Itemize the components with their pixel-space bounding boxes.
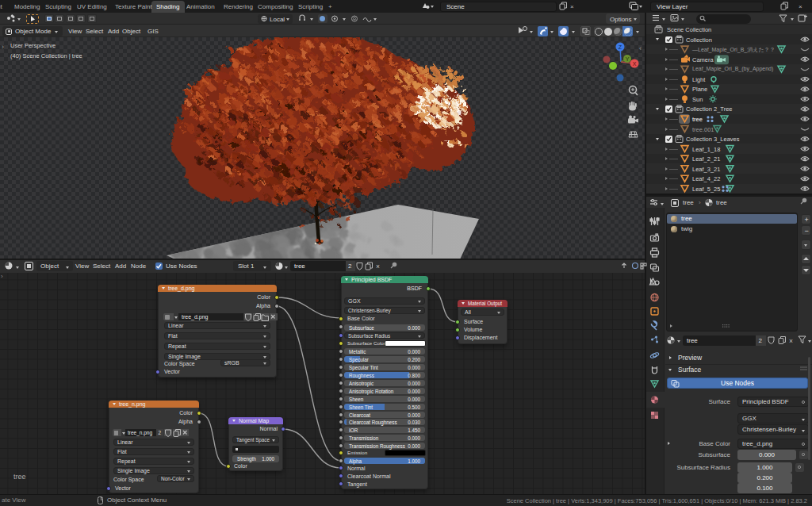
- svg-text:Y: Y: [626, 56, 630, 62]
- svg-text:X: X: [633, 61, 637, 67]
- svg-text:Z: Z: [619, 44, 622, 50]
